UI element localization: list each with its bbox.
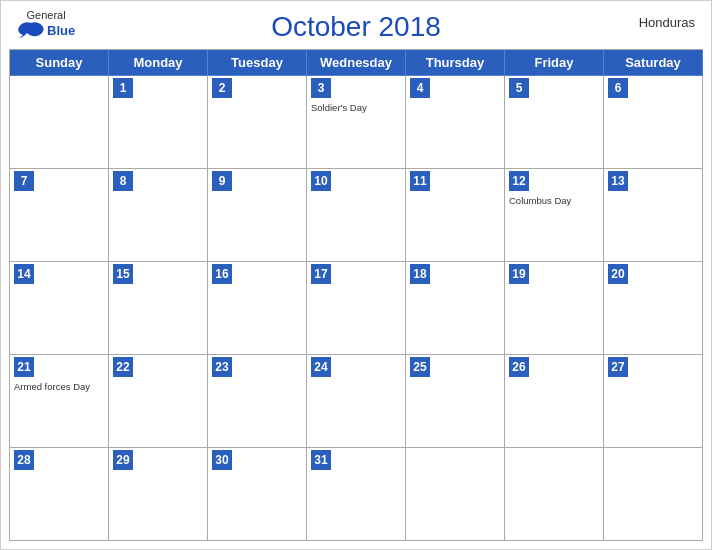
day-number: 21	[14, 357, 34, 377]
day-event: Armed forces Day	[14, 381, 104, 392]
day-cell	[604, 448, 703, 540]
day-cell: 19	[505, 262, 604, 354]
day-number: 16	[212, 264, 232, 284]
day-number: 27	[608, 357, 628, 377]
week-row-2: 14151617181920	[10, 262, 703, 355]
day-header-wednesday: Wednesday	[307, 50, 406, 76]
day-number: 5	[509, 78, 529, 98]
day-cell: 24	[307, 355, 406, 447]
day-cell: 10	[307, 169, 406, 261]
day-cell: 3Soldier's Day	[307, 76, 406, 168]
day-number: 25	[410, 357, 430, 377]
calendar-header: General Blue October 2018 Honduras	[1, 1, 711, 49]
day-header-sunday: Sunday	[10, 50, 109, 76]
day-number-empty	[509, 450, 529, 470]
day-cell: 18	[406, 262, 505, 354]
day-cell: 27	[604, 355, 703, 447]
logo: General Blue	[17, 9, 75, 39]
day-number: 22	[113, 357, 133, 377]
day-cell: 12Columbus Day	[505, 169, 604, 261]
day-cell: 5	[505, 76, 604, 168]
day-cell: 21Armed forces Day	[10, 355, 109, 447]
day-cell: 16	[208, 262, 307, 354]
day-cell: 11	[406, 169, 505, 261]
day-number: 1	[113, 78, 133, 98]
calendar-title: October 2018	[271, 11, 441, 43]
logo-bird-icon	[17, 21, 45, 39]
weeks-container: 123Soldier's Day456789101112Columbus Day…	[10, 76, 703, 541]
day-cell: 2	[208, 76, 307, 168]
day-number: 14	[14, 264, 34, 284]
day-cell: 23	[208, 355, 307, 447]
day-number: 30	[212, 450, 232, 470]
calendar: General Blue October 2018 Honduras Sunda…	[0, 0, 712, 550]
day-header-tuesday: Tuesday	[208, 50, 307, 76]
country-label: Honduras	[639, 15, 695, 30]
day-cell: 30	[208, 448, 307, 540]
calendar-grid: SundayMondayTuesdayWednesdayThursdayFrid…	[9, 49, 703, 541]
day-cell: 31	[307, 448, 406, 540]
day-cell: 22	[109, 355, 208, 447]
day-number: 15	[113, 264, 133, 284]
week-row-1: 789101112Columbus Day13	[10, 169, 703, 262]
day-number: 7	[14, 171, 34, 191]
day-number: 9	[212, 171, 232, 191]
logo-general-text: General	[27, 9, 66, 21]
day-cell: 20	[604, 262, 703, 354]
week-row-3: 21Armed forces Day222324252627	[10, 355, 703, 448]
day-number: 4	[410, 78, 430, 98]
day-number: 8	[113, 171, 133, 191]
day-cell	[505, 448, 604, 540]
day-number: 23	[212, 357, 232, 377]
day-number: 11	[410, 171, 430, 191]
day-header-saturday: Saturday	[604, 50, 703, 76]
day-event: Soldier's Day	[311, 102, 401, 113]
day-number: 20	[608, 264, 628, 284]
day-number-empty	[14, 78, 34, 98]
day-number-empty	[410, 450, 430, 470]
day-cell: 15	[109, 262, 208, 354]
week-row-0: 123Soldier's Day456	[10, 76, 703, 169]
day-cell	[10, 76, 109, 168]
day-cell: 14	[10, 262, 109, 354]
day-event: Columbus Day	[509, 195, 599, 206]
day-number: 19	[509, 264, 529, 284]
day-number: 2	[212, 78, 232, 98]
day-number: 29	[113, 450, 133, 470]
day-number: 17	[311, 264, 331, 284]
day-cell: 29	[109, 448, 208, 540]
day-cell: 6	[604, 76, 703, 168]
day-number: 6	[608, 78, 628, 98]
day-number: 18	[410, 264, 430, 284]
day-number: 28	[14, 450, 34, 470]
day-header-thursday: Thursday	[406, 50, 505, 76]
day-cell: 26	[505, 355, 604, 447]
day-number: 31	[311, 450, 331, 470]
day-cell: 25	[406, 355, 505, 447]
day-number: 24	[311, 357, 331, 377]
day-cell: 17	[307, 262, 406, 354]
day-cell: 8	[109, 169, 208, 261]
day-number: 10	[311, 171, 331, 191]
day-cell: 4	[406, 76, 505, 168]
day-cell: 28	[10, 448, 109, 540]
day-number: 13	[608, 171, 628, 191]
day-number-empty	[608, 450, 628, 470]
day-number: 12	[509, 171, 529, 191]
day-headers-row: SundayMondayTuesdayWednesdayThursdayFrid…	[10, 50, 703, 76]
day-cell: 13	[604, 169, 703, 261]
day-number: 26	[509, 357, 529, 377]
day-header-friday: Friday	[505, 50, 604, 76]
logo-blue-text: Blue	[47, 23, 75, 38]
day-cell: 1	[109, 76, 208, 168]
day-header-monday: Monday	[109, 50, 208, 76]
day-cell: 9	[208, 169, 307, 261]
day-cell: 7	[10, 169, 109, 261]
day-number: 3	[311, 78, 331, 98]
week-row-4: 28293031	[10, 448, 703, 541]
day-cell	[406, 448, 505, 540]
